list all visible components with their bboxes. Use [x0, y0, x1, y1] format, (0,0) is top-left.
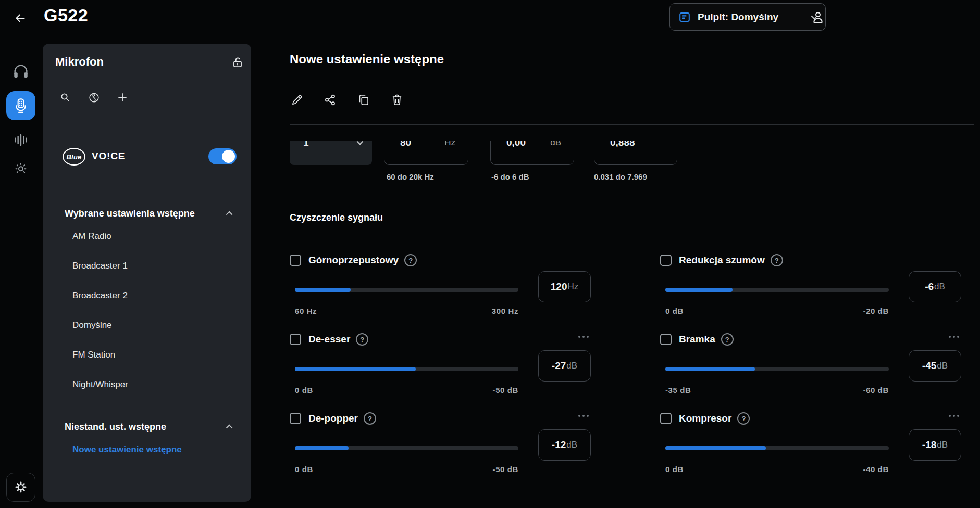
module-label: Redukcja szumów — [679, 255, 765, 266]
slider-track[interactable] — [295, 367, 518, 371]
help-icon[interactable]: ? — [404, 254, 417, 266]
microphone-icon — [6, 91, 35, 120]
more-options-icon[interactable] — [949, 415, 959, 417]
slider-track[interactable] — [665, 367, 889, 371]
divider — [50, 122, 244, 122]
preset-group-header[interactable]: Wybrane ustawienia wstępne — [43, 206, 251, 221]
headphones-icon — [12, 62, 30, 80]
panel-toolbar — [58, 91, 129, 104]
more-options-icon[interactable] — [949, 336, 959, 338]
preset-group-label: Niestand. ust. wstępne — [65, 422, 166, 433]
value-box[interactable]: -27 dB — [538, 350, 591, 382]
help-icon[interactable]: ? — [364, 412, 376, 425]
slider-track[interactable] — [665, 446, 889, 450]
help-icon[interactable]: ? — [737, 412, 750, 425]
range-hint: 60 do 20k Hz — [387, 172, 434, 181]
voice-label: VO!CE — [92, 150, 125, 162]
slider-fill — [295, 288, 351, 292]
chevron-down-icon — [357, 141, 364, 145]
nav-rail — [0, 0, 42, 508]
band-select[interactable]: 1 — [290, 141, 372, 165]
settings-button[interactable] — [6, 473, 35, 502]
module-header: De-popper ? — [290, 412, 591, 425]
value-box[interactable]: -6 dB — [909, 271, 961, 302]
account-button[interactable] — [809, 8, 827, 26]
profile-dropdown[interactable]: Pulpit: Domyślny — [669, 3, 826, 31]
add-icon[interactable] — [116, 91, 129, 104]
preset-item[interactable]: AM Radio — [43, 221, 251, 251]
slider-fill — [665, 288, 733, 292]
value-unit: dB — [566, 361, 577, 371]
waveform-icon — [13, 132, 29, 148]
value-box[interactable]: -45 dB — [909, 350, 961, 382]
module-label: De-popper — [308, 413, 358, 424]
module-header: Redukcja szumów ? — [660, 253, 961, 267]
preset-item[interactable]: Nowe ustawienie wstępne — [43, 435, 251, 464]
gain-field[interactable]: 0,00 dB — [490, 141, 574, 165]
preset-item[interactable]: Broadcaster 1 — [43, 251, 251, 281]
share-icon[interactable] — [323, 93, 338, 107]
help-icon[interactable]: ? — [356, 333, 368, 346]
value-unit: dB — [566, 440, 577, 450]
nav-lighting[interactable] — [0, 160, 42, 176]
search-icon[interactable] — [58, 91, 72, 104]
preset-item[interactable]: FM Station — [43, 340, 251, 370]
frequency-field[interactable]: 80 Hz — [384, 141, 468, 165]
preset-group: Wybrane ustawienia wstępneAM RadioBroadc… — [43, 206, 251, 399]
slider-track[interactable] — [295, 288, 518, 292]
value-box[interactable]: -12 dB — [538, 429, 591, 461]
module-header: Bramka ? — [660, 333, 961, 346]
preset-group-header[interactable]: Niestand. ust. wstępne — [43, 419, 251, 435]
value-number: -18 — [922, 439, 936, 451]
module-checkbox[interactable] — [290, 334, 301, 345]
range-min: 60 Hz — [295, 307, 317, 315]
slider-track[interactable] — [295, 446, 518, 450]
nav-headphones[interactable] — [0, 62, 42, 80]
help-icon[interactable]: ? — [771, 254, 783, 266]
delete-icon[interactable] — [390, 93, 404, 107]
duplicate-icon[interactable] — [356, 93, 371, 107]
range-min: 0 dB — [295, 386, 313, 395]
module-checkbox[interactable] — [290, 413, 301, 424]
value-box[interactable]: -18 dB — [909, 429, 961, 461]
module-checkbox[interactable] — [290, 255, 301, 266]
more-options-icon[interactable] — [578, 336, 589, 338]
value-unit: dB — [934, 282, 945, 292]
edit-icon[interactable] — [290, 93, 304, 107]
gain-unit: dB — [550, 141, 561, 148]
q-factor-field[interactable]: 0,888 — [594, 141, 677, 165]
signal-module: De-popper ? -12 dB 0 dB -50 dB — [290, 412, 591, 479]
module-header: Kompresor ? — [660, 412, 961, 425]
preset-item[interactable]: Domyślne — [43, 310, 251, 340]
preset-item[interactable]: Broadcaster 2 — [43, 281, 251, 310]
module-checkbox[interactable] — [660, 334, 672, 345]
nav-microphone[interactable] — [0, 91, 42, 120]
value-number: -27 — [552, 360, 566, 372]
preset-title: Nowe ustawienie wstępne — [290, 52, 444, 67]
slider-ranges: 0 dB -50 dB — [295, 386, 518, 395]
signal-module: De-esser ? -27 dB 0 dB -50 dB — [290, 333, 591, 400]
toggle-knob — [222, 150, 235, 163]
help-icon[interactable]: ? — [721, 333, 734, 346]
unlock-icon[interactable] — [230, 55, 245, 70]
slider-track[interactable] — [665, 288, 889, 292]
blue-voice-toggle[interactable] — [208, 148, 237, 164]
more-options-icon[interactable] — [578, 415, 589, 417]
blue-logo: Blue — [63, 148, 85, 166]
signal-cleanup-grid: Górnoprzepustowy ? 120 Hz 60 Hz 300 Hz R… — [290, 253, 961, 479]
preset-item[interactable]: Night/Whisper — [43, 370, 251, 399]
module-checkbox[interactable] — [660, 413, 672, 424]
module-header: Górnoprzepustowy ? — [290, 253, 591, 267]
q-factor-value: 0,888 — [610, 141, 664, 148]
frequency-value: 80 — [400, 141, 444, 148]
blue-logo-text: Blue — [67, 153, 82, 161]
range-max: 300 Hz — [492, 307, 518, 315]
module-checkbox[interactable] — [660, 255, 672, 266]
value-unit: Hz — [567, 282, 578, 292]
nav-sampler[interactable] — [0, 132, 42, 148]
profile-dropdown-label: Pulpit: Domyślny — [698, 11, 811, 23]
discover-icon[interactable] — [87, 91, 101, 104]
divider — [290, 124, 974, 125]
value-box[interactable]: 120 Hz — [538, 271, 591, 302]
app-window: G522 Pulpit: Domyślny — [0, 0, 980, 508]
